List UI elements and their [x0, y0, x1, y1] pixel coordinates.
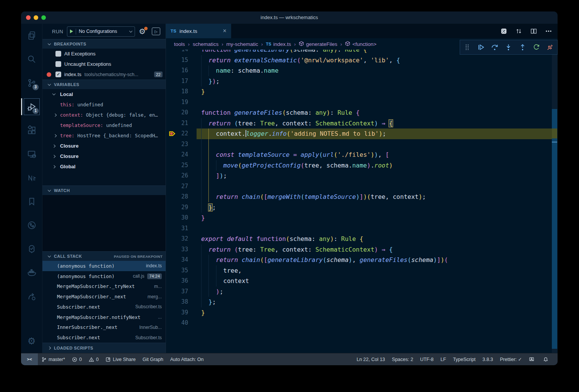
continue-button[interactable] [477, 43, 485, 51]
line-number[interactable]: 17 [166, 76, 188, 87]
breakpoint-checkbox[interactable] [55, 51, 61, 57]
code-line-21[interactable]: 21 return (tree: Tree, context: Schemati… [166, 118, 558, 129]
line-number[interactable]: 14 [166, 50, 188, 55]
code-line-34[interactable]: 34 return chain([generateLibrary(schema)… [166, 255, 558, 265]
line-number[interactable]: 21 [166, 118, 188, 129]
code-line-29[interactable]: 29 }; [166, 202, 558, 213]
debug-current-line-icon[interactable] [169, 130, 176, 141]
breakpoint-row[interactable]: All Exceptions [42, 49, 166, 59]
launch-configuration-dropdown[interactable]: No Configurations [67, 26, 135, 37]
line-number[interactable]: 36 [166, 276, 188, 286]
line-number[interactable]: 20 [166, 107, 188, 118]
sidebar-item-run-debug[interactable]: 1 [21, 95, 42, 119]
code-line-31[interactable]: 31 [166, 223, 558, 234]
step-into-button[interactable] [504, 43, 512, 51]
restart-button[interactable] [532, 43, 540, 51]
sidebar-item-extensions[interactable] [21, 119, 42, 142]
scrollbar-thumb[interactable] [552, 109, 557, 349]
code-line-23[interactable]: 23 [166, 139, 558, 150]
sidebar-item-search[interactable] [21, 47, 42, 71]
status-indentation[interactable]: Spaces: 2 [389, 353, 417, 365]
code-line-35[interactable]: 35 tree, [166, 265, 558, 276]
titlebar[interactable]: index.ts — wrkschematics [21, 11, 558, 24]
sidebar-item-source-control[interactable]: 3 [21, 71, 42, 95]
sidebar-item-nx-console[interactable] [21, 166, 42, 190]
call-stack-frame[interactable]: MergeMapSubscriber.notifyNext... [42, 312, 166, 322]
line-number[interactable]: 28 [166, 192, 188, 202]
manage-button[interactable]: ⚙ [21, 329, 42, 353]
status-errors[interactable]: 0 [68, 353, 85, 365]
compare-changes-icon[interactable] [515, 28, 522, 35]
line-number[interactable]: 16 [166, 65, 188, 76]
loaded-scripts-section-header[interactable]: LOADED SCRIPTS [42, 343, 166, 353]
variable-row[interactable]: context: Object {debug: false, en… [42, 110, 166, 120]
call-stack-frame[interactable]: MergeMapSubscriber._tryNextm... [42, 281, 166, 292]
close-tab-icon[interactable]: × [223, 28, 226, 34]
code-line-22[interactable]: 22 context.logger.info('adding NOTES.md … [166, 128, 558, 139]
variable-row[interactable]: templateSource: undefined [42, 120, 166, 130]
code-line-30[interactable]: 30} [166, 213, 558, 223]
code-line-18[interactable]: 18} [166, 86, 558, 97]
status-language[interactable]: TypeScript [449, 353, 479, 365]
variable-row[interactable]: tree: HostTree {_backend: ScopedH… [42, 130, 166, 141]
variables-section-header[interactable]: VARIABLES [42, 80, 166, 89]
editor-scrollbar[interactable] [552, 50, 558, 353]
line-number[interactable]: 39 [166, 307, 188, 318]
sidebar-item-test-explorer[interactable] [21, 237, 42, 261]
code-line-17[interactable]: 17 }); [166, 76, 558, 87]
code-editor[interactable]: 14function generateLibrary(schema: any):… [166, 50, 558, 353]
open-changes-icon[interactable] [500, 28, 507, 35]
call-stack-frame[interactable]: (anonymous function)index.ts [42, 261, 166, 271]
drag-grip-icon[interactable] [463, 43, 471, 51]
line-number[interactable]: 23 [166, 139, 188, 150]
code-line-38[interactable]: 38 }; [166, 297, 558, 307]
step-out-button[interactable] [519, 43, 527, 51]
code-line-25[interactable]: 25 move(getProjectConfig(tree, schema.na… [166, 160, 558, 171]
debug-console-toggle[interactable]: ▷ [152, 28, 160, 35]
code-line-20[interactable]: 20function generateFiles(schema: any): R… [166, 107, 558, 118]
line-number[interactable]: 15 [166, 55, 188, 66]
status-prettier[interactable]: Prettier: ✓ [496, 353, 525, 365]
call-stack-frame[interactable]: Subscriber.nextSubscriber.ts [42, 332, 166, 343]
tab-index-ts[interactable]: TS index.ts × [166, 24, 231, 38]
code-line-16[interactable]: 16 name: schema.name [166, 65, 558, 76]
code-line-32[interactable]: 32export default function(schema: any): … [166, 234, 558, 244]
line-number[interactable]: 40 [166, 318, 188, 329]
line-number[interactable]: 29 [166, 202, 188, 213]
code-content[interactable]: 14function generateLibrary(schema: any):… [166, 50, 558, 329]
breakpoint-checkbox[interactable]: ✓ [55, 72, 61, 77]
watch-list[interactable] [42, 195, 166, 251]
line-number[interactable]: 32 [166, 234, 188, 244]
line-number[interactable]: 31 [166, 223, 188, 234]
status-branch[interactable]: master* [38, 353, 68, 365]
line-number[interactable]: 27 [166, 181, 188, 192]
line-number[interactable]: 18 [166, 86, 188, 97]
breadcrumb-item[interactable]: tools [174, 41, 185, 47]
code-line-36[interactable]: 36 context [166, 276, 558, 286]
configure-launch-button[interactable]: ⚙ [139, 28, 146, 35]
disconnect-button[interactable] [546, 43, 554, 51]
sidebar-item-remote-explorer[interactable] [21, 142, 42, 166]
variable-row[interactable]: this: undefined [42, 99, 166, 110]
breadcrumb-item[interactable]: <function> [345, 41, 376, 47]
line-number[interactable]: 30 [166, 213, 188, 223]
line-number[interactable]: 24 [166, 150, 188, 160]
code-line-24[interactable]: 24 const templateSource = apply(url('./f… [166, 150, 558, 160]
breakpoints-section-header[interactable]: BREAKPOINTS [42, 39, 166, 49]
variable-scope-row[interactable]: Global [42, 161, 166, 172]
variable-scope-row[interactable]: Closure [42, 151, 166, 161]
breadcrumb-item[interactable]: TSindex.ts [266, 41, 291, 47]
sidebar-item-explorer[interactable] [21, 24, 42, 47]
variable-scope-row[interactable]: Local [42, 89, 166, 99]
call-stack-section-header[interactable]: CALL STACK PAUSED ON BREAKPOINT [42, 251, 166, 261]
status-remote[interactable]: >< [21, 353, 38, 365]
line-number[interactable]: 34 [166, 255, 188, 265]
status-cursor-position[interactable]: Ln 22, Col 13 [353, 353, 388, 365]
status-live-share[interactable]: Live Share [102, 353, 139, 365]
start-debug-icon[interactable] [70, 29, 73, 33]
breadcrumb-item[interactable]: schematics [193, 41, 219, 47]
watch-section-header[interactable]: WATCH [42, 185, 166, 195]
line-number[interactable]: 37 [166, 286, 188, 297]
call-stack-frame[interactable]: (anonymous function)call.js74:24 [42, 271, 166, 281]
code-line-33[interactable]: 33 return (tree: Tree, context: Schemati… [166, 244, 558, 255]
